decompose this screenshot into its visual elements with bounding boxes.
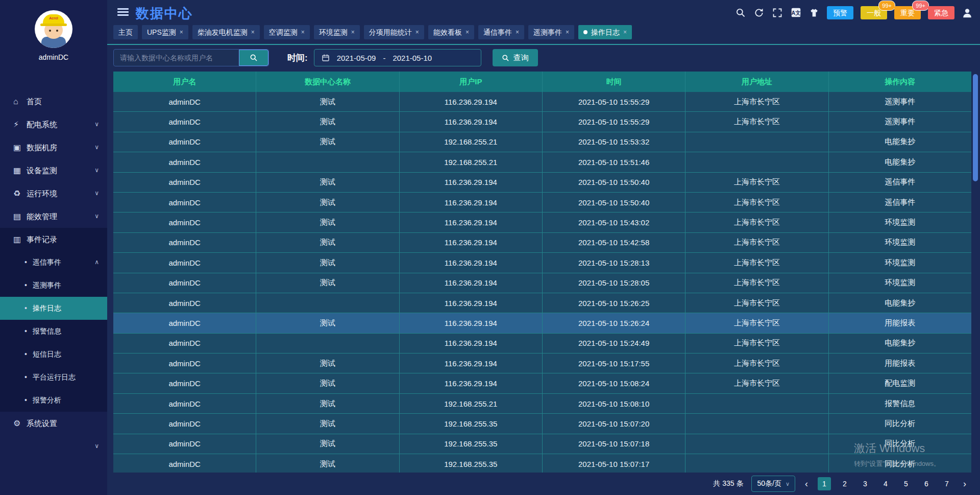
table-row[interactable]: adminDC测试192.168.255.352021-05-10 15:07:… [113,434,971,454]
table-row[interactable]: adminDC192.168.255.212021-05-10 15:51:46… [113,152,971,172]
table-cell: adminDC [113,293,256,313]
page-button-3[interactable]: 3 [859,477,872,490]
table-row[interactable]: adminDC测试116.236.29.1942021-05-10 15:43:… [113,213,971,232]
tab-通信事件[interactable]: 通信事件× [478,25,524,39]
submenu-item-label: 平台运行日志 [33,373,76,381]
table-row[interactable]: adminDC测试192.168.255.212021-05-10 15:08:… [113,394,971,414]
submenu-item-遥信事件[interactable]: •遥信事件 [0,251,107,274]
table-row[interactable]: adminDC测试192.168.255.352021-05-10 15:07:… [113,414,971,434]
tab-操作日志[interactable]: 操作日志× [578,25,632,39]
page-size-select[interactable]: 50条/页 ∨ [751,476,795,492]
tab-环境监测[interactable]: 环境监测× [314,25,360,39]
close-tab-icon[interactable]: × [415,25,419,39]
page-button-6[interactable]: 6 [920,477,933,490]
close-tab-icon[interactable]: × [516,25,519,39]
table-cell [685,414,828,433]
table-row[interactable]: adminDC测试116.236.29.1942021-05-10 15:28:… [113,273,971,293]
next-page-button[interactable]: › [959,479,971,489]
search-icon[interactable] [735,7,746,18]
submenu-item-短信日志[interactable]: •短信日志 [0,343,107,366]
table-cell: 116.236.29.194 [400,112,543,131]
tab-能效看板[interactable]: 能效看板× [428,25,474,39]
table-cell: 116.236.29.194 [400,193,543,212]
tab-label: 分项用能统计 [369,25,412,39]
sidebar-submenu: •遥信事件•遥测事件•操作日志•报警信息•短信日志•平台运行日志•报警分析 [0,251,107,412]
theme-icon[interactable] [808,7,820,18]
sidebar-item-首页[interactable]: ⌂首页∨ [0,90,107,113]
sidebar-item-能效管理[interactable]: ▤能效管理∨ [0,205,107,228]
close-tab-icon[interactable]: × [180,25,183,39]
table-cell: 测试 [256,353,399,373]
alert-badge-warning[interactable]: 预警 [827,6,853,19]
tab-主页[interactable]: 主页 [113,25,138,39]
tab-UPS监测[interactable]: UPS监测× [142,25,188,39]
submenu-item-报警信息[interactable]: •报警信息 [0,320,107,343]
page-button-1[interactable]: 1 [818,477,831,490]
close-tab-icon[interactable]: × [566,25,569,39]
submenu-item-报警分析[interactable]: •报警分析 [0,389,107,412]
tab-label: 通信事件 [483,25,512,39]
submenu-item-操作日志[interactable]: •操作日志 [0,297,107,320]
collapse-menu-icon[interactable] [117,8,129,16]
page-button-4[interactable]: 4 [879,477,892,490]
date-range-picker[interactable]: 2021-05-09 - 2021-05-10 [314,49,481,66]
sidebar-item-label: 配电系统 [27,120,57,129]
submenu-item-遥测事件[interactable]: •遥测事件 [0,274,107,297]
tab-遥测事件[interactable]: 遥测事件× [528,25,574,39]
tab-空调监测[interactable]: 空调监测× [264,25,310,39]
table-row[interactable]: adminDC测试116.236.29.1942021-05-10 15:55:… [113,112,971,132]
page-button-5[interactable]: 5 [899,477,913,490]
vertical-scrollbar[interactable] [973,72,979,473]
table-cell: 116.236.29.194 [400,313,543,333]
table-row[interactable]: adminDC测试116.236.29.1942021-05-10 15:42:… [113,233,971,253]
table-row[interactable]: adminDC测试116.236.29.1942021-05-10 15:28:… [113,253,971,273]
table-row[interactable]: adminDC116.236.29.1942021-05-10 15:24:49… [113,334,971,353]
table-row[interactable]: adminDC测试116.236.29.1942021-05-10 15:17:… [113,353,971,373]
sidebar-item-事件记录[interactable]: ▥事件记录∧ [0,228,107,251]
total-count: 共 335 条 [713,479,743,488]
alert-badge-general[interactable]: 一般99+ [861,6,887,19]
fullscreen-icon[interactable] [772,7,783,18]
table-cell: adminDC [113,112,256,131]
close-tab-icon[interactable]: × [351,25,355,39]
page-button-7[interactable]: 7 [940,477,953,490]
close-tab-icon[interactable]: × [251,25,255,39]
scrollbar-thumb[interactable] [973,74,978,181]
sidebar-item-运行环境[interactable]: ♻运行环境∨ [0,182,107,205]
translate-icon[interactable]: A文 [790,7,801,18]
tab-柴油发电机监测[interactable]: 柴油发电机监测× [192,25,260,39]
query-button[interactable]: 查询 [493,49,538,66]
table-row[interactable]: adminDC测试116.236.29.1942021-05-10 15:08:… [113,373,971,393]
table-row[interactable]: adminDC测试192.168.255.212021-05-10 15:53:… [113,132,971,152]
table-row[interactable]: adminDC测试116.236.29.1942021-05-10 15:26:… [113,313,971,333]
table-row[interactable]: adminDC测试116.236.29.1942021-05-10 15:50:… [113,193,971,213]
table-row[interactable]: adminDC测试116.236.29.1942021-05-10 15:55:… [113,92,971,112]
search-submit-button[interactable] [239,50,268,66]
main-area: 数据中心 A文 预警 一般99+ 重要99+ [107,0,980,495]
table-cell: 2021-05-10 15:51:46 [543,152,685,172]
page-buttons: 1234567 [818,477,953,490]
search-input[interactable] [114,50,239,66]
table-cell [256,293,399,313]
close-tab-icon[interactable]: × [465,25,469,39]
sidebar-item-配电系统[interactable]: ⚡配电系统∨ [0,113,107,136]
table-row[interactable]: adminDC116.236.29.1942021-05-10 15:26:25… [113,293,971,313]
tab-分项用能统计[interactable]: 分项用能统计× [364,25,424,39]
sidebar-item-数据机房[interactable]: ▣数据机房∨ [0,136,107,159]
close-tab-icon[interactable]: × [301,25,305,39]
user-icon[interactable] [962,7,973,18]
page-button-2[interactable]: 2 [838,477,851,490]
sidebar-item-设备监测[interactable]: ▦设备监测∨ [0,159,107,182]
table-row[interactable]: adminDC测试116.236.29.1942021-05-10 15:50:… [113,173,971,193]
refresh-icon[interactable] [753,7,765,18]
avatar[interactable]: Acrel [35,10,72,48]
sidebar-item-系统设置[interactable]: ⚙系统设置∨ [0,412,107,435]
submenu-item-平台运行日志[interactable]: •平台运行日志 [0,366,107,389]
alert-badge-important[interactable]: 重要99+ [894,6,921,19]
alert-badge-urgent[interactable]: 紧急 [928,6,954,19]
count-pill: 99+ [912,1,929,11]
table-row[interactable]: adminDC测试192.168.255.352021-05-10 15:07:… [113,454,971,473]
prev-page-button[interactable]: ‹ [800,479,813,489]
column-header-操作内容: 操作内容 [829,72,971,92]
close-tab-icon[interactable]: × [623,25,627,39]
